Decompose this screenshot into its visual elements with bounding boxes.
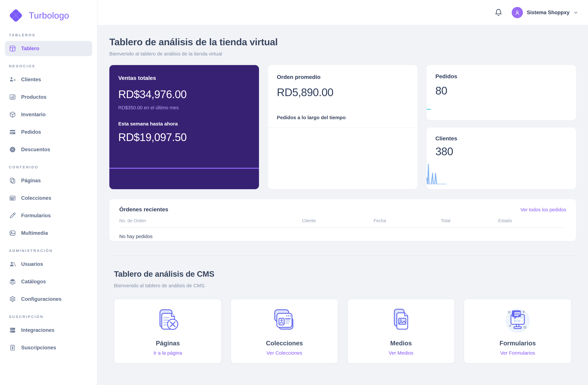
sidebar-item-pedidos[interactable]: Pedidos — [5, 124, 92, 140]
column-status: Estado — [498, 218, 566, 223]
average-order-value: RD5,890.00 — [277, 86, 409, 99]
top-header: Sistema Shoppxy — [97, 0, 588, 25]
total-sales-card: Ventas totales RD$34,976.00 RD$350.00 en… — [109, 65, 259, 189]
sidebar-item-label: Tablero — [21, 46, 39, 52]
cms-card-title: Colecciones — [266, 340, 303, 347]
sidebar-item-label: Usuarios — [21, 261, 43, 267]
sidebar-item-catalogos[interactable]: Catálogos — [5, 274, 92, 289]
notifications-bell-icon[interactable] — [495, 9, 503, 17]
cms-collections-card: Colecciones Ver Colecciones — [231, 299, 338, 364]
pages-icon — [9, 177, 16, 184]
app-window: Turbologo TABLEROS Tablero NEGOCIOS Clie… — [0, 0, 588, 385]
user-name: Sistema Shoppxy — [527, 10, 569, 16]
nav-section-contenido: CONTENIDO — [9, 165, 89, 169]
user-icon — [514, 9, 521, 16]
nav-section-negocios: NEGOCIOS — [9, 64, 89, 68]
card-divider — [268, 127, 418, 128]
page-title: Tablero de análisis de la tienda virtual — [109, 37, 576, 48]
week-sales-label: Esta semana hasta ahora — [118, 121, 250, 126]
recent-orders-title: Órdenes recientes — [119, 206, 168, 213]
content-scroll-area[interactable]: Tablero de análisis de la tienda virtual… — [97, 25, 588, 385]
subscriptions-icon — [9, 344, 16, 351]
sidebar-item-label: Formularios — [21, 213, 51, 219]
cms-media-link[interactable]: Ver Medios — [389, 350, 413, 356]
sidebar-item-clientes[interactable]: Clientes — [5, 72, 92, 87]
sidebar-item-label: Páginas — [21, 178, 41, 183]
total-sales-title: Ventas totales — [118, 75, 250, 81]
sidebar-item-label: Productos — [21, 94, 46, 100]
products-icon — [9, 93, 16, 101]
sidebar-item-tablero[interactable]: Tablero — [5, 41, 92, 56]
sidebar-item-label: Inventario — [21, 112, 46, 118]
inventory-icon — [9, 111, 16, 118]
column-date: Fecha — [374, 218, 441, 223]
sidebar-item-colecciones[interactable]: Colecciones — [5, 190, 92, 206]
cms-forms-link[interactable]: Ver Formularios — [500, 350, 535, 356]
sidebar-item-configuraciones[interactable]: Configuraciones — [5, 292, 92, 307]
stats-row: Ventas totales RD$34,976.00 RD$350.00 en… — [109, 65, 576, 189]
cms-media-icon — [385, 307, 417, 336]
brand-logo[interactable]: Turbologo — [5, 6, 92, 28]
dashboard-icon — [9, 45, 16, 52]
sidebar-item-paginas[interactable]: Páginas — [5, 173, 92, 188]
sidebar-item-multimedia[interactable]: Multimedia — [5, 225, 92, 241]
user-menu[interactable]: Sistema Shoppxy — [512, 7, 578, 18]
view-all-orders-link[interactable]: Ver todos los pedidos — [521, 207, 566, 212]
cms-pages-link[interactable]: Ir a la página — [153, 350, 182, 356]
sidebar-item-descuentos[interactable]: Descuentos — [5, 142, 92, 157]
average-order-title: Orden promedio — [277, 74, 409, 81]
section-divider — [109, 255, 576, 256]
discounts-icon — [9, 146, 16, 153]
column-order-number: No. de Orden — [119, 218, 302, 223]
nav-section-tableros: TABLEROS — [9, 33, 89, 37]
orders-icon — [9, 128, 16, 136]
total-sales-last-month: RD$350.00 en el último mes — [118, 105, 250, 110]
table-header-row: No. de Orden Cliente Fecha Total Estado — [119, 218, 566, 228]
orders-count-card: Pedidos 80 — [426, 65, 576, 120]
sidebar-item-label: Clientes — [21, 77, 41, 82]
column-total: Total — [441, 218, 498, 223]
cms-card-title: Páginas — [156, 340, 180, 347]
empty-orders-message: No hay pedidos — [119, 228, 566, 239]
sidebar-item-suscripciones[interactable]: Suscripciones — [5, 340, 92, 355]
sidebar-item-formularios[interactable]: Formularios — [5, 208, 92, 223]
main-area: Sistema Shoppxy Tablero de análisis de l… — [97, 0, 588, 385]
average-order-card: Orden promedio RD5,890.00 Pedidos a lo l… — [268, 65, 418, 189]
sidebar-item-label: Descuentos — [21, 147, 50, 153]
sidebar-item-label: Suscripciones — [21, 345, 56, 351]
sidebar-item-usuarios[interactable]: Usuarios — [5, 257, 92, 272]
sidebar-item-label: Configuraciones — [21, 296, 62, 302]
sidebar-item-integraciones[interactable]: Integraciones — [5, 323, 92, 338]
brand-diamond-icon — [9, 9, 23, 23]
sidebar-item-inventario[interactable]: Inventario — [5, 107, 92, 122]
week-sales-value: RD$19,097.50 — [118, 131, 250, 144]
cms-forms-icon — [502, 307, 533, 336]
brand-name: Turbologo — [29, 10, 69, 21]
avatar — [512, 7, 523, 18]
cms-card-title: Formularios — [500, 340, 536, 347]
chevron-down-icon — [573, 10, 578, 15]
settings-icon — [9, 296, 16, 303]
total-sales-value: RD$34,976.00 — [118, 88, 250, 101]
catalogs-icon — [9, 278, 16, 285]
customers-count-title: Clientes — [435, 135, 567, 142]
cms-collections-icon — [269, 307, 300, 336]
clients-icon — [9, 76, 16, 83]
cms-card-title: Medios — [390, 340, 412, 347]
stats-right-column: Pedidos 80 Clientes 380 — [426, 65, 576, 189]
multimedia-icon — [9, 229, 16, 237]
cms-forms-card: Formularios Ver Formularios — [464, 299, 571, 364]
sidebar-item-productos[interactable]: Productos — [5, 89, 92, 105]
cms-cards-row: Páginas Ir a la página — [114, 299, 571, 364]
sidebar: Turbologo TABLEROS Tablero NEGOCIOS Clie… — [0, 0, 97, 385]
orders-count-title: Pedidos — [435, 73, 567, 80]
sales-trend-line — [109, 168, 259, 169]
orders-over-time-label: Pedidos a lo largo del tiempo — [277, 115, 409, 120]
integrations-icon — [9, 326, 16, 334]
nav-section-suscripcion: SUSCRIPCIÓN — [9, 315, 89, 319]
orders-sparkline — [426, 107, 431, 112]
forms-icon — [9, 212, 16, 219]
collections-icon — [9, 195, 16, 202]
recent-orders-card: Órdenes recientes Ver todos los pedidos … — [109, 199, 576, 241]
cms-collections-link[interactable]: Ver Colecciones — [267, 350, 302, 356]
